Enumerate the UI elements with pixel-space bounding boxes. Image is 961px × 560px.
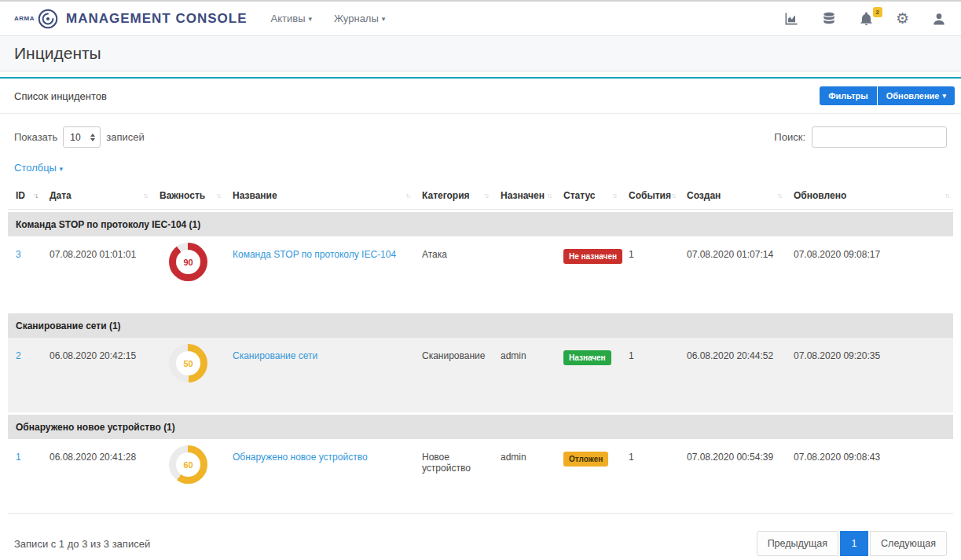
table-row: 1 06.08.2020 20:41:28 60 Обнаружено ново… xyxy=(8,439,953,514)
column-header-status[interactable]: Статус↑↓ xyxy=(556,184,621,204)
filters-button[interactable]: Фильтры xyxy=(820,86,876,105)
brand-title: MANAGEMENT CONSOLE xyxy=(66,11,248,27)
records-info: Записи с 1 до 3 из 3 записей xyxy=(14,538,150,550)
group-header: Команда STOP по протоколу IEC-104 (1) xyxy=(8,212,953,236)
pagination-prev-button[interactable]: Предыдущая xyxy=(757,531,838,556)
column-header-date[interactable]: Дата↑↓ xyxy=(42,184,152,204)
sort-icon: ↑↓ xyxy=(216,192,220,199)
incident-created: 07.08.2020 00:54:39 xyxy=(679,439,786,463)
column-header-assigned[interactable]: Назначен↑↓ xyxy=(493,184,556,204)
incident-updated: 07.08.2020 09:08:17 xyxy=(786,236,953,260)
caret-down-icon: ▾ xyxy=(308,15,312,23)
caret-down-icon: ▾ xyxy=(942,92,946,100)
status-badge: Не назначен xyxy=(563,249,622,264)
pagination-page-1-button[interactable]: 1 xyxy=(840,531,868,556)
severity-gauge: 90 xyxy=(169,243,207,281)
incident-created: 06.08.2020 20:44:52 xyxy=(679,338,786,361)
page-title: Инциденты xyxy=(14,44,101,63)
incident-name-link[interactable]: Команда STOP по протоколу IEC-104 xyxy=(233,249,396,260)
pagination-next-button[interactable]: Следующая xyxy=(870,531,947,556)
database-icon[interactable] xyxy=(821,11,837,27)
columns-dropdown[interactable]: Столбцы ▾ xyxy=(14,162,63,174)
incident-updated: 07.08.2020 09:20:35 xyxy=(786,338,953,361)
incident-name-link[interactable]: Обнаружено новое устройство xyxy=(233,452,368,463)
incident-id-link[interactable]: 2 xyxy=(16,350,21,361)
search-label: Поиск: xyxy=(774,131,805,143)
column-header-id[interactable]: ID ↑↓ xyxy=(8,184,42,204)
pagination: Предыдущая 1 Следующая xyxy=(757,531,947,556)
sort-icon: ↑↓ xyxy=(484,192,488,199)
incident-assignee: admin xyxy=(493,338,556,361)
sort-icon: ↑↓ xyxy=(777,192,781,199)
incident-events-count: 1 xyxy=(621,338,679,361)
page-size-select[interactable]: 10 xyxy=(63,126,101,148)
user-icon[interactable] xyxy=(931,11,947,27)
incident-events-count: 1 xyxy=(621,439,679,463)
group-header: Сканирование сети (1) xyxy=(8,313,953,338)
column-header-events[interactable]: События↑↓ xyxy=(621,184,679,204)
incidents-table: ID ↑↓ Дата↑↓ Важность↑↓ Название↑↓ Катег… xyxy=(8,184,953,514)
chart-icon[interactable] xyxy=(783,11,799,27)
incident-category: Сканирование xyxy=(414,338,493,361)
show-label: Показать xyxy=(14,131,57,143)
column-header-created[interactable]: Создан↑↓ xyxy=(679,184,786,204)
incident-date: 06.08.2020 20:41:28 xyxy=(42,439,152,463)
gear-icon[interactable]: ⚙ xyxy=(896,11,909,26)
severity-gauge: 50 xyxy=(169,344,207,382)
sort-icon: ↑↓ xyxy=(143,192,147,199)
table-row: 3 07.08.2020 01:01:01 90 Команда STOP по… xyxy=(8,236,953,311)
incident-id-link[interactable]: 3 xyxy=(16,249,21,260)
column-header-name[interactable]: Название↑↓ xyxy=(225,184,414,204)
incident-category: Новое устройство xyxy=(414,439,493,474)
page-title-bar: Инциденты xyxy=(0,36,961,71)
column-header-severity[interactable]: Важность↑↓ xyxy=(152,184,225,204)
status-badge: Назначен xyxy=(563,350,611,365)
search-input[interactable] xyxy=(812,126,947,148)
severity-gauge: 60 xyxy=(169,445,207,484)
brand-logo[interactable]: ARMA MANAGEMENT CONSOLE xyxy=(14,9,248,29)
sort-icon: ↑↓ xyxy=(405,192,409,199)
notification-count-badge: 2 xyxy=(873,7,882,17)
group-header: Обнаружено новое устройство (1) xyxy=(8,415,953,439)
refresh-dropdown-button[interactable]: Обновление ▾ xyxy=(878,86,955,105)
caret-down-icon: ▾ xyxy=(60,165,64,173)
status-badge: Отложен xyxy=(563,452,608,467)
incident-id-link[interactable]: 1 xyxy=(16,452,21,463)
incident-category: Атака xyxy=(414,236,493,260)
table-row: 2 06.08.2020 20:42:15 50 Сканирование се… xyxy=(8,338,953,412)
sort-icon: ↑↓ xyxy=(612,192,616,199)
column-header-category[interactable]: Категория↑↓ xyxy=(414,184,493,204)
incident-date: 07.08.2020 01:01:01 xyxy=(42,236,152,260)
incident-updated: 07.08.2020 09:08:43 xyxy=(786,439,953,463)
brand-mark: ARMA xyxy=(14,15,35,22)
nav-menu-journals[interactable]: Журналы ▾ xyxy=(334,13,385,24)
incident-name-link[interactable]: Сканирование сети xyxy=(233,350,317,361)
nav-menu-assets[interactable]: Активы ▾ xyxy=(271,13,313,24)
incident-assignee xyxy=(493,236,556,249)
incident-created: 07.08.2020 01:07:14 xyxy=(679,236,786,260)
arma-logo-icon xyxy=(38,9,58,29)
incident-events-count: 1 xyxy=(621,236,679,260)
bell-icon[interactable]: 2 xyxy=(859,11,874,26)
caret-down-icon: ▾ xyxy=(382,15,386,23)
records-label: записей xyxy=(106,131,144,143)
sort-icon: ↑↓ xyxy=(944,192,948,199)
panel-title: Список инцидентов xyxy=(14,90,107,102)
sort-icon: ↑↓ xyxy=(671,192,675,199)
top-navbar: ARMA MANAGEMENT CONSOLE Активы ▾ Журналы… xyxy=(0,0,961,36)
column-header-updated[interactable]: Обновлено↑↓ xyxy=(786,184,953,204)
incident-assignee: admin xyxy=(493,439,556,463)
incident-date: 06.08.2020 20:42:15 xyxy=(42,338,152,361)
select-arrows-icon xyxy=(90,134,95,141)
sort-icon: ↑↓ xyxy=(33,192,37,199)
sort-icon: ↑↓ xyxy=(547,192,551,199)
incidents-panel: Список инцидентов Фильтры Обновление ▾ П… xyxy=(0,77,961,560)
